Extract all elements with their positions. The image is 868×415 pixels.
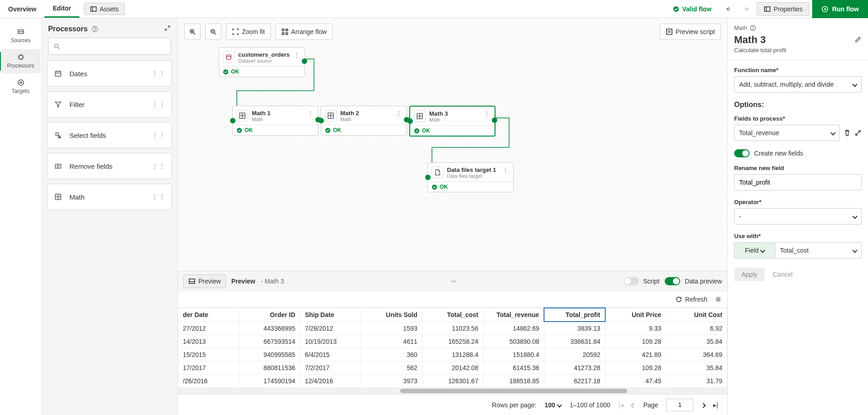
- flow-canvas[interactable]: customers_ordersDataset source ⋮ OK Math…: [178, 45, 727, 271]
- node-math-2[interactable]: Math 2Math ⋮ OK: [321, 106, 407, 136]
- svg-point-58: [717, 298, 720, 300]
- operator-select[interactable]: -: [734, 208, 862, 225]
- processor-card-filter[interactable]: Filter⋮⋮: [47, 91, 172, 117]
- rename-field-input[interactable]: [734, 174, 862, 190]
- preview-script-label: Preview script: [676, 28, 715, 35]
- zoom-fit-button[interactable]: Zoom fit: [226, 24, 271, 40]
- preview-chip[interactable]: Preview: [183, 274, 226, 288]
- node-menu-button[interactable]: ⋮: [293, 51, 301, 59]
- drag-handle-icon[interactable]: ⋮⋮: [152, 101, 166, 108]
- undo-button[interactable]: [721, 2, 736, 16]
- refresh-button[interactable]: Refresh: [675, 296, 707, 303]
- processor-card-math[interactable]: Math⋮⋮: [47, 184, 172, 210]
- table-cell: 9.33: [605, 322, 666, 335]
- svg-rect-8: [19, 55, 23, 59]
- processor-card-remove-fields[interactable]: Remove fields⋮⋮: [47, 153, 172, 179]
- run-flow-button[interactable]: Run flow: [812, 0, 868, 18]
- column-header[interactable]: Total_profit: [544, 308, 605, 322]
- help-icon[interactable]: [91, 25, 98, 33]
- table-cell: 338631.84: [544, 335, 605, 348]
- zoom-out-button[interactable]: [205, 24, 221, 40]
- table-cell: 6.92: [666, 322, 727, 335]
- leftnav-sources[interactable]: Sources: [1, 24, 40, 48]
- first-page-button[interactable]: |◂: [618, 401, 623, 409]
- processor-card-dates[interactable]: Dates⋮⋮: [47, 60, 172, 87]
- table-hscroll[interactable]: [178, 388, 727, 394]
- leftnav-targets[interactable]: Targets: [1, 74, 40, 99]
- column-header[interactable]: Ship Date: [300, 308, 361, 322]
- table-row[interactable]: 17/20178808115367/2/201756220142.0861415…: [178, 361, 727, 375]
- table-cell: 35.84: [666, 335, 727, 348]
- column-header[interactable]: der Date: [178, 308, 239, 322]
- arrange-label: Arrange flow: [291, 28, 327, 35]
- search-icon: [53, 43, 60, 50]
- chevron-down-icon: [852, 214, 857, 219]
- node-menu-button[interactable]: ⋮: [501, 166, 510, 174]
- settings-icon[interactable]: [715, 296, 722, 303]
- properties-button[interactable]: Properties: [757, 2, 809, 16]
- column-header[interactable]: Unit Price: [605, 308, 666, 322]
- column-header[interactable]: Units Sold: [361, 308, 422, 322]
- last-page-button[interactable]: ▸|: [713, 401, 718, 409]
- table-row[interactable]: 14/201366759351410/19/20134611165258.245…: [178, 335, 727, 348]
- use-with-value-select[interactable]: Total_cost: [775, 242, 862, 259]
- apply-button[interactable]: Apply: [734, 268, 765, 281]
- data-preview-toggle-label: Data preview: [685, 278, 722, 285]
- node-math-3[interactable]: Math 3Math ⋮ OK: [409, 106, 495, 137]
- table-cell: 151880.4: [483, 348, 544, 361]
- fields-to-process-select[interactable]: Total_revenue: [734, 125, 840, 141]
- processor-search-input[interactable]: [48, 38, 171, 55]
- table-row[interactable]: /26/201617459019412/4/20163973126301.671…: [178, 375, 727, 388]
- next-page-button[interactable]: [701, 401, 705, 409]
- resize-grip[interactable]: ═: [451, 278, 456, 285]
- trash-icon[interactable]: [843, 129, 851, 137]
- rpp-select[interactable]: 100: [544, 401, 561, 409]
- tab-editor[interactable]: Editor: [44, 0, 79, 18]
- create-new-fields-toggle[interactable]: [734, 149, 750, 157]
- panel-icon: [188, 278, 196, 285]
- page-input[interactable]: [666, 399, 693, 411]
- processor-card-select-fields[interactable]: Select fields⋮⋮: [47, 122, 172, 148]
- prev-page-button[interactable]: [632, 401, 635, 409]
- node-data-files-target[interactable]: Data files target 1Data files target ⋮ O…: [427, 162, 514, 192]
- drag-handle-icon[interactable]: ⋮⋮: [152, 162, 166, 170]
- node-menu-button[interactable]: ⋮: [483, 110, 491, 117]
- panel-subtitle: Calculate total profit: [734, 47, 862, 54]
- cancel-button[interactable]: Cancel: [771, 268, 794, 281]
- edit-title-button[interactable]: [854, 36, 862, 44]
- fit-icon: [232, 28, 239, 35]
- expand-icon[interactable]: [854, 129, 862, 137]
- node-menu-button[interactable]: ⋮: [395, 110, 403, 117]
- table-row[interactable]: 15/20159409955856/4/2015360131288.415188…: [178, 348, 727, 361]
- refresh-label: Refresh: [685, 296, 707, 303]
- assets-button[interactable]: Assets: [84, 3, 125, 15]
- node-menu-button[interactable]: ⋮: [306, 110, 314, 117]
- table-cell: 41273.28: [544, 361, 605, 375]
- svg-rect-39: [286, 33, 288, 34]
- leftnav-processors[interactable]: Processors: [1, 49, 40, 73]
- info-icon[interactable]: [750, 25, 756, 31]
- drag-handle-icon[interactable]: ⋮⋮: [152, 193, 166, 200]
- script-toggle[interactable]: [623, 277, 639, 285]
- collapse-panel-button[interactable]: [164, 24, 171, 33]
- table-cell: 61415.36: [483, 361, 544, 375]
- arrange-flow-button[interactable]: Arrange flow: [275, 24, 333, 40]
- function-name-select[interactable]: Add, subtract, multiply, and divide: [734, 76, 862, 93]
- leftnav-label: Sources: [10, 37, 30, 44]
- column-header[interactable]: Order ID: [239, 308, 300, 322]
- table-row[interactable]: 27/20124433689957/28/2012159311023.56148…: [178, 322, 727, 335]
- column-header[interactable]: Total_cost: [422, 308, 483, 322]
- data-preview-toggle[interactable]: [665, 277, 680, 285]
- node-math-1[interactable]: Math 1Math ⋮ OK: [232, 106, 319, 136]
- use-with-type-select[interactable]: Field: [734, 242, 775, 259]
- drag-handle-icon[interactable]: ⋮⋮: [152, 70, 166, 77]
- node-customers-orders[interactable]: customers_ordersDataset source ⋮ OK: [219, 47, 305, 77]
- drag-handle-icon[interactable]: ⋮⋮: [152, 132, 166, 139]
- column-header[interactable]: Total_revenue: [483, 308, 544, 322]
- table-cell: 11023.56: [422, 322, 483, 335]
- preview-script-button[interactable]: Preview script: [660, 24, 721, 40]
- tab-overview[interactable]: Overview: [0, 0, 44, 18]
- zoom-in-button[interactable]: [184, 24, 201, 40]
- redo-button[interactable]: [739, 2, 754, 16]
- column-header[interactable]: Unit Cost: [666, 308, 727, 322]
